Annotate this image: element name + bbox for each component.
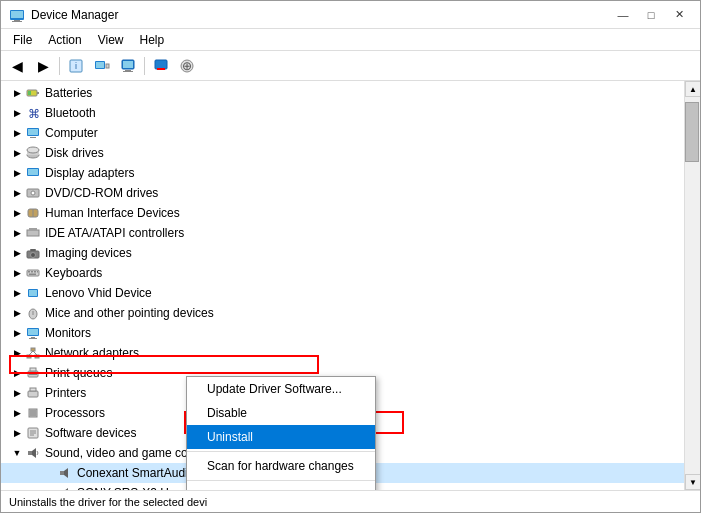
tree-item-lenovo[interactable]: ▶ Lenovo Vhid Device — [1, 283, 684, 303]
expand-diskdrives[interactable]: ▶ — [9, 145, 25, 161]
item-label-printqueues: Print queues — [45, 366, 112, 380]
svg-point-26 — [27, 147, 39, 153]
expand-mice[interactable]: ▶ — [9, 305, 25, 321]
svg-rect-3 — [12, 21, 22, 22]
expand-printqueues[interactable]: ▶ — [9, 365, 25, 381]
expand-monitors[interactable]: ▶ — [9, 325, 25, 341]
scrollbar[interactable]: ▲ ▼ — [684, 81, 700, 490]
expand-printers[interactable]: ▶ — [9, 385, 25, 401]
svg-rect-61 — [30, 388, 36, 391]
menu-view[interactable]: View — [90, 31, 132, 48]
tree-item-network[interactable]: ▶ Network adapters — [1, 343, 684, 363]
svg-rect-40 — [31, 271, 33, 273]
expand-lenovo[interactable]: ▶ — [9, 285, 25, 301]
item-label-software: Software devices — [45, 426, 136, 440]
scroll-down[interactable]: ▼ — [685, 474, 700, 490]
tree-item-ide[interactable]: ▶ IDE ATA/ATAPI controllers — [1, 223, 684, 243]
ctx-disable[interactable]: Disable — [187, 401, 375, 425]
tree-item-diskdrives[interactable]: ▶ Disk drives — [1, 143, 684, 163]
battery-icon — [25, 85, 41, 101]
svg-rect-7 — [96, 62, 104, 68]
svg-rect-60 — [28, 391, 38, 397]
audio-icon-sony1 — [57, 485, 73, 490]
svg-rect-45 — [29, 290, 37, 296]
minimize-button[interactable]: — — [610, 5, 636, 25]
software-icon — [25, 425, 41, 441]
tree-item-computer[interactable]: ▶ Computer — [1, 123, 684, 143]
close-button[interactable]: ✕ — [666, 5, 692, 25]
svg-rect-59 — [29, 374, 37, 375]
toolbar-sep1 — [59, 57, 60, 75]
expand-processors[interactable]: ▶ — [9, 405, 25, 421]
expand-network[interactable]: ▶ — [9, 345, 25, 361]
tree-item-monitors[interactable]: ▶ Monitors — [1, 323, 684, 343]
expand-software[interactable]: ▶ — [9, 425, 25, 441]
svg-rect-54 — [35, 355, 39, 358]
scrollbar-track[interactable] — [685, 97, 700, 474]
status-bar: Uninstalls the driver for the selected d… — [1, 490, 700, 512]
lenovo-icon — [25, 285, 41, 301]
mouse-icon — [25, 305, 41, 321]
expand-ide[interactable]: ▶ — [9, 225, 25, 241]
expand-keyboards[interactable]: ▶ — [9, 265, 25, 281]
toolbar-properties[interactable]: i — [64, 54, 88, 78]
tree-item-imaging[interactable]: ▶ Imaging devices — [1, 243, 684, 263]
toolbar-uninstall[interactable] — [149, 54, 173, 78]
tree-item-dvd[interactable]: ▶ DVD/CD-ROM drives — [1, 183, 684, 203]
svg-rect-38 — [27, 270, 39, 276]
ctx-scan[interactable]: Scan for hardware changes — [187, 454, 375, 478]
ctx-update[interactable]: Update Driver Software... — [187, 377, 375, 401]
item-label-monitors: Monitors — [45, 326, 91, 340]
svg-marker-69 — [32, 448, 36, 458]
svg-rect-33 — [27, 230, 39, 236]
ctx-properties[interactable]: Properties — [187, 483, 375, 490]
svg-text:⊕: ⊕ — [182, 59, 192, 73]
toolbar-forward[interactable]: ▶ — [31, 54, 55, 78]
svg-rect-53 — [27, 355, 31, 358]
svg-rect-58 — [30, 368, 36, 371]
sound-icon — [25, 445, 41, 461]
tree-item-batteries[interactable]: ▶ Batteries — [1, 83, 684, 103]
expand-bluetooth[interactable]: ▶ — [9, 105, 25, 121]
window-icon — [9, 7, 25, 23]
tree-item-hid[interactable]: ▶ Human Interface Devices — [1, 203, 684, 223]
toolbar-add[interactable]: ⊕ — [175, 54, 199, 78]
svg-rect-19 — [28, 91, 31, 95]
maximize-button[interactable]: □ — [638, 5, 664, 25]
tree-item-bluetooth[interactable]: ▶ ⌘ Bluetooth — [1, 103, 684, 123]
svg-text:⌘: ⌘ — [28, 107, 40, 120]
expand-computer[interactable]: ▶ — [9, 125, 25, 141]
disk-icon — [25, 145, 41, 161]
menu-help[interactable]: Help — [132, 31, 173, 48]
tree-item-keyboards[interactable]: ▶ Keyboards — [1, 263, 684, 283]
menu-file[interactable]: File — [5, 31, 40, 48]
expand-hid[interactable]: ▶ — [9, 205, 25, 221]
scrollbar-thumb[interactable] — [685, 102, 699, 162]
tree-item-display[interactable]: ▶ Display adapters — [1, 163, 684, 183]
expand-batteries[interactable]: ▶ — [9, 85, 25, 101]
expand-display[interactable]: ▶ — [9, 165, 25, 181]
tree-item-mice[interactable]: ▶ Mice and other pointing devices — [1, 303, 684, 323]
ctx-uninstall[interactable]: Uninstall — [187, 425, 375, 449]
svg-rect-52 — [31, 348, 35, 351]
toolbar-scan[interactable] — [90, 54, 114, 78]
svg-rect-70 — [60, 471, 64, 475]
menu-action[interactable]: Action — [40, 31, 89, 48]
item-label-network: Network adapters — [45, 346, 139, 360]
scroll-up[interactable]: ▲ — [685, 81, 700, 97]
title-bar-left: Device Manager — [9, 7, 118, 23]
svg-marker-71 — [64, 468, 68, 478]
toolbar-back[interactable]: ◀ — [5, 54, 29, 78]
device-manager-window: Device Manager — □ ✕ File Action View He… — [0, 0, 701, 513]
expand-sound[interactable]: ▼ — [9, 445, 25, 461]
item-label-keyboards: Keyboards — [45, 266, 102, 280]
expand-dvd[interactable]: ▶ — [9, 185, 25, 201]
item-label-imaging: Imaging devices — [45, 246, 132, 260]
svg-line-56 — [33, 351, 37, 355]
svg-line-55 — [29, 351, 33, 355]
audio-icon-conexant — [57, 465, 73, 481]
hid-icon — [25, 205, 41, 221]
item-label-batteries: Batteries — [45, 86, 92, 100]
toolbar-update[interactable] — [116, 54, 140, 78]
expand-imaging[interactable]: ▶ — [9, 245, 25, 261]
